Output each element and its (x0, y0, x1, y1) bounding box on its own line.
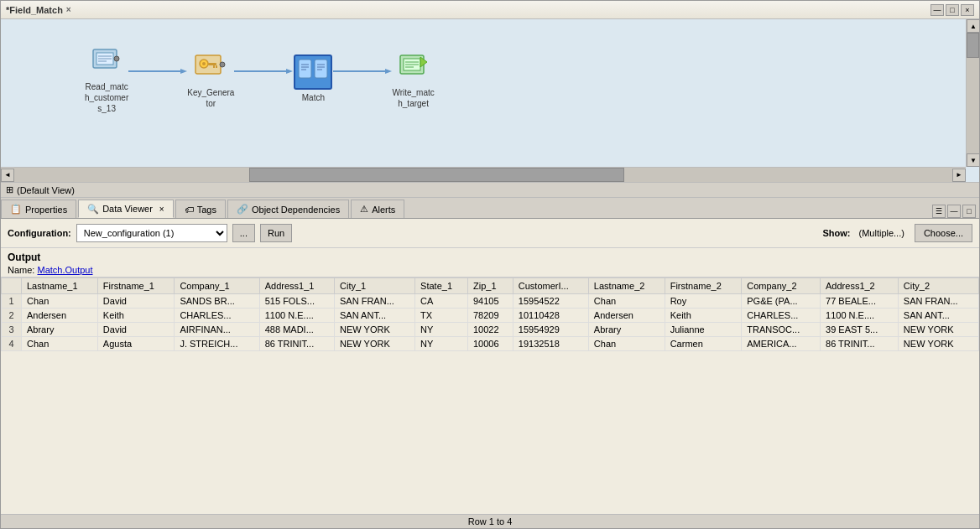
cell-2-City_1[interactable]: NEW YORK (335, 323, 415, 337)
tab-action-menu[interactable]: ☰ (932, 205, 946, 218)
cell-2-Lastname_1[interactable]: Abrary (22, 323, 98, 337)
cell-0-Address1_2[interactable]: 77 BEALE... (821, 294, 899, 309)
cell-2-Address1_2[interactable]: 39 EAST 5... (821, 323, 899, 337)
col-header-address1[interactable]: Address1_1 (259, 278, 334, 294)
cell-1-Firstname_2[interactable]: Keith (665, 309, 742, 323)
window-close-x[interactable]: × (66, 5, 71, 14)
cell-3-num[interactable]: 4 (2, 337, 22, 351)
cell-3-Company_1[interactable]: J. STREICH... (175, 337, 259, 351)
cell-3-Lastname_2[interactable]: Chan (588, 337, 665, 351)
node-write[interactable]: Write_match_target (392, 50, 434, 109)
cell-0-Lastname_1[interactable]: Chan (22, 294, 98, 309)
cell-0-Address1_1[interactable]: 515 FOLS... (259, 294, 334, 309)
cell-0-Company_1[interactable]: SANDS BR... (175, 294, 259, 309)
col-header-company2[interactable]: Company_2 (742, 278, 821, 294)
cell-0-City_1[interactable]: SAN FRAN... (335, 294, 415, 309)
canvas-scroll-hthumb[interactable] (249, 168, 624, 182)
cell-0-Firstname_1[interactable]: David (97, 294, 175, 309)
cell-2-CustomerI[interactable]: 15954929 (513, 323, 588, 337)
run-btn[interactable]: Run (260, 224, 292, 242)
col-header-city1[interactable]: City_1 (335, 278, 415, 294)
cell-2-City_2[interactable]: NEW YORK (898, 323, 978, 337)
cell-0-City_2[interactable]: SAN FRAN... (898, 294, 978, 309)
tab-properties[interactable]: 📋 Properties (1, 200, 76, 218)
col-header-city2[interactable]: City_2 (898, 278, 978, 294)
cell-1-Firstname_1[interactable]: Keith (97, 309, 175, 323)
col-header-zip1[interactable]: Zip_1 (467, 278, 513, 294)
col-header-lastname2[interactable]: Lastname_2 (588, 278, 665, 294)
canvas-vscrollbar[interactable]: ▲ ▼ (966, 19, 979, 167)
cell-2-Company_1[interactable]: AIRFINAN... (175, 323, 259, 337)
data-table-container[interactable]: Lastname_1 Firstname_1 Company_1 Address… (1, 277, 979, 514)
cell-0-Lastname_2[interactable]: Chan (588, 294, 665, 309)
cell-1-Address1_1[interactable]: 1100 N.E.... (259, 309, 334, 323)
cell-1-Lastname_2[interactable]: Andersen (588, 309, 665, 323)
tab-tags[interactable]: 🏷 Tags (175, 200, 226, 218)
canvas-scroll-htrack[interactable] (14, 168, 952, 182)
cell-3-CustomerI[interactable]: 19132518 (513, 337, 588, 351)
cell-3-Zip_1[interactable]: 10006 (467, 337, 513, 351)
cell-0-State_1[interactable]: CA (415, 294, 468, 309)
cell-2-Zip_1[interactable]: 10022 (467, 323, 513, 337)
cell-0-num[interactable]: 1 (2, 294, 22, 309)
cell-1-Company_1[interactable]: CHARLES... (175, 309, 259, 323)
cell-3-City_2[interactable]: NEW YORK (898, 337, 978, 351)
cell-3-Lastname_1[interactable]: Chan (22, 337, 98, 351)
cell-0-Firstname_2[interactable]: Roy (665, 294, 742, 309)
canvas-hscrollbar[interactable]: ◄ ► (1, 167, 966, 182)
cell-1-Zip_1[interactable]: 78209 (467, 309, 513, 323)
choose-btn[interactable]: Choose... (915, 224, 972, 242)
tab-action-min[interactable]: — (947, 205, 961, 218)
cell-1-City_1[interactable]: SAN ANT... (335, 309, 415, 323)
cell-2-Address1_1[interactable]: 488 MADI... (259, 323, 334, 337)
cell-2-Lastname_2[interactable]: Abrary (588, 323, 665, 337)
canvas-scroll-left[interactable]: ◄ (1, 169, 14, 182)
cell-1-CustomerI[interactable]: 10110428 (513, 309, 588, 323)
config-select[interactable]: New_configuration (1) (76, 224, 227, 242)
output-name-link[interactable]: Match.Output (37, 265, 92, 275)
cell-1-num[interactable]: 2 (2, 309, 22, 323)
cell-1-Company_2[interactable]: CHARLES... (742, 309, 821, 323)
cell-2-Firstname_2[interactable]: Julianne (665, 323, 742, 337)
cell-3-City_1[interactable]: NEW YORK (335, 337, 415, 351)
canvas-scroll-down[interactable]: ▼ (967, 153, 979, 167)
cell-1-Address1_2[interactable]: 1100 N.E.... (821, 309, 899, 323)
node-read[interactable]: Read_match_customers_13 (85, 44, 128, 114)
col-header-address2[interactable]: Address1_2 (821, 278, 899, 294)
node-match[interactable]: Match (293, 55, 333, 103)
cell-3-Address1_1[interactable]: 86 TRINIT... (259, 337, 334, 351)
col-header-firstname1[interactable]: Firstname_1 (97, 278, 175, 294)
tab-data-viewer-close[interactable]: × (159, 205, 164, 214)
tab-action-max[interactable]: □ (962, 205, 976, 218)
canvas-scroll-right-btn[interactable]: ► (952, 169, 966, 182)
cell-3-Company_2[interactable]: AMERICA... (742, 337, 821, 351)
cell-0-Company_2[interactable]: PG&E (PA... (742, 294, 821, 309)
cell-3-State_1[interactable]: NY (415, 337, 468, 351)
col-header-company1[interactable]: Company_1 (175, 278, 259, 294)
cell-1-City_2[interactable]: SAN ANT... (898, 309, 978, 323)
canvas-scroll-vthumb[interactable] (967, 33, 979, 58)
config-ellipsis-btn[interactable]: ... (232, 224, 255, 242)
cell-1-Lastname_1[interactable]: Andersen (22, 309, 98, 323)
cell-2-State_1[interactable]: NY (415, 323, 468, 337)
col-header-lastname1[interactable]: Lastname_1 (22, 278, 98, 294)
tab-alerts[interactable]: ⚠ Alerts (351, 200, 404, 218)
canvas-scroll-up[interactable]: ▲ (967, 19, 979, 33)
cell-2-Firstname_1[interactable]: David (97, 323, 175, 337)
cell-0-CustomerI[interactable]: 15954522 (513, 294, 588, 309)
node-keygen[interactable]: Key_Generator (187, 50, 234, 109)
col-header-customerid[interactable]: CustomerI... (513, 278, 588, 294)
canvas-scroll-vtrack[interactable] (967, 33, 979, 153)
cell-3-Firstname_2[interactable]: Carmen (665, 337, 742, 351)
cell-3-Address1_2[interactable]: 86 TRINIT... (821, 337, 899, 351)
tab-data-viewer[interactable]: 🔍 Data Viewer × (78, 200, 174, 218)
cell-3-Firstname_1[interactable]: Agusta (97, 337, 175, 351)
col-header-state1[interactable]: State_1 (415, 278, 468, 294)
tab-object-dependencies[interactable]: 🔗 Object Dependencies (227, 200, 349, 218)
maximize-btn[interactable]: □ (946, 4, 959, 16)
cell-0-Zip_1[interactable]: 94105 (467, 294, 513, 309)
close-btn[interactable]: × (961, 4, 974, 16)
cell-2-num[interactable]: 3 (2, 323, 22, 337)
cell-1-State_1[interactable]: TX (415, 309, 468, 323)
cell-2-Company_2[interactable]: TRANSOC... (742, 323, 821, 337)
